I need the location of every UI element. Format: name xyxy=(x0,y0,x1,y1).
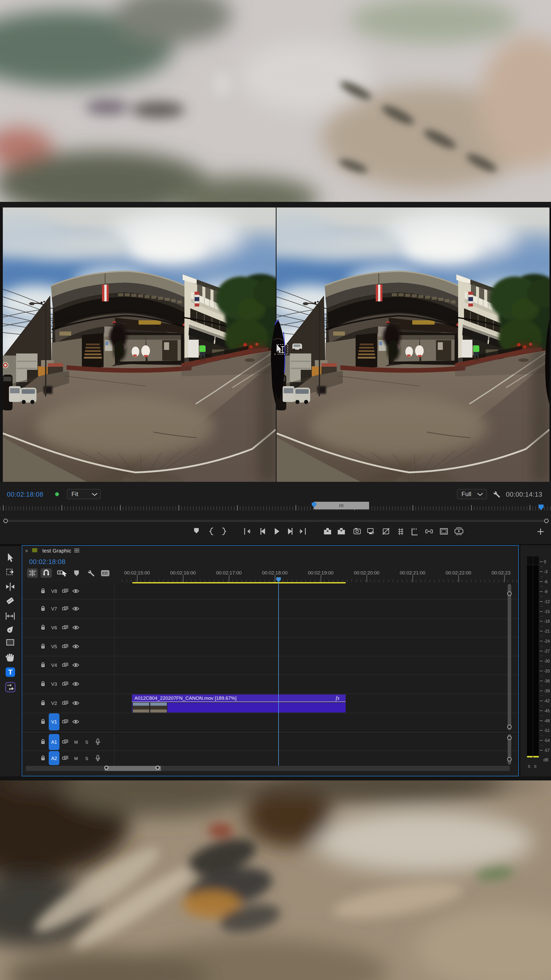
svg-text:V7: V7 xyxy=(51,606,57,611)
svg-text:S: S xyxy=(528,764,530,768)
svg-text:T: T xyxy=(8,668,13,676)
svg-text:-54: -54 xyxy=(544,738,550,743)
svg-text:V4: V4 xyxy=(51,662,57,668)
svg-text:A2: A2 xyxy=(51,756,57,761)
svg-text:-15: -15 xyxy=(544,609,550,614)
svg-text:-42: -42 xyxy=(544,699,550,703)
svg-text:-48: -48 xyxy=(544,719,550,723)
svg-text:-6: -6 xyxy=(544,579,548,584)
svg-text:-30: -30 xyxy=(544,659,550,663)
svg-text:-3: -3 xyxy=(544,570,548,574)
svg-text:S: S xyxy=(85,756,88,761)
svg-text:S: S xyxy=(85,740,88,745)
svg-text:-39: -39 xyxy=(544,689,550,693)
svg-text:-45: -45 xyxy=(544,709,550,713)
svg-text:M: M xyxy=(74,756,78,761)
svg-text:S: S xyxy=(534,764,537,768)
svg-text:-36: -36 xyxy=(544,679,550,683)
svg-text:V8: V8 xyxy=(51,589,57,594)
svg-text:V1: V1 xyxy=(51,719,57,724)
svg-text:-18: -18 xyxy=(544,619,550,624)
svg-text:M: M xyxy=(74,740,78,745)
svg-text:V6: V6 xyxy=(51,625,57,630)
svg-text:-12: -12 xyxy=(544,600,550,604)
svg-text:dB: dB xyxy=(543,758,548,762)
svg-text:0: 0 xyxy=(544,560,546,564)
svg-text:-27: -27 xyxy=(544,649,550,653)
svg-text:-21: -21 xyxy=(544,629,550,633)
svg-text:-24: -24 xyxy=(544,639,550,643)
svg-text:-57: -57 xyxy=(544,748,550,752)
svg-text:-33: -33 xyxy=(544,669,550,673)
svg-text:V3: V3 xyxy=(51,681,57,687)
svg-text:-9: -9 xyxy=(544,590,548,594)
svg-text:A1: A1 xyxy=(51,739,57,745)
svg-text:V5: V5 xyxy=(51,644,57,649)
svg-text:-51: -51 xyxy=(544,729,550,733)
svg-text:V2: V2 xyxy=(51,700,57,706)
